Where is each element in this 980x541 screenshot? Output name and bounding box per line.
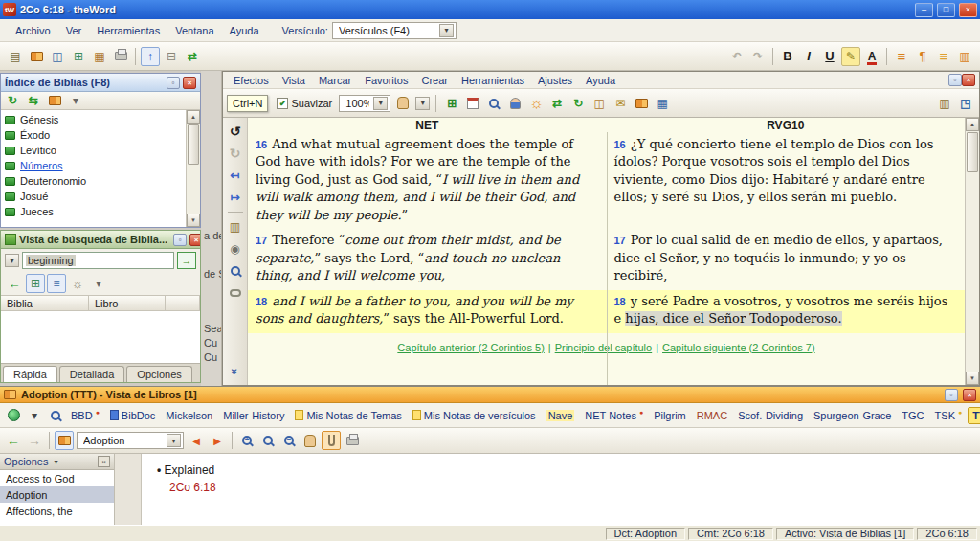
scroll-up-button[interactable] bbox=[966, 118, 979, 131]
footer-link-capitulo-anterior-2-corintios-5[interactable]: Capítulo anterior (2 Corintios 5) bbox=[397, 342, 544, 353]
bible-restore-button[interactable] bbox=[948, 74, 962, 86]
search-back-icon[interactable]: ← bbox=[5, 274, 24, 293]
index-books-icon[interactable] bbox=[45, 91, 64, 110]
attachments-icon[interactable] bbox=[322, 431, 341, 450]
bible-index-header[interactable]: Índice de Biblias (F8) bbox=[1, 74, 200, 92]
column-header-rvg10[interactable]: RVG10 bbox=[607, 118, 966, 133]
zoom-percent-icon[interactable] bbox=[258, 431, 278, 450]
dictionary-lookup-icon[interactable] bbox=[226, 261, 245, 281]
bible-close-button[interactable] bbox=[962, 74, 975, 86]
bold-icon[interactable]: B bbox=[778, 47, 797, 66]
eye-icon[interactable]: ◉ bbox=[226, 239, 245, 259]
module-tab-ttt[interactable]: TTT bbox=[968, 407, 980, 424]
panel-restore-button[interactable] bbox=[167, 77, 180, 89]
module-tab-bibdoc[interactable]: BibDoc bbox=[105, 407, 160, 424]
search-restore-button[interactable] bbox=[173, 234, 187, 246]
menu-item-vista[interactable]: Vista bbox=[276, 73, 312, 88]
options-panel-header[interactable]: Opciones bbox=[0, 454, 114, 470]
search-input[interactable]: beginning bbox=[22, 252, 174, 269]
book-view-icon[interactable]: ⊞ bbox=[69, 47, 88, 66]
menu-item-herramientas[interactable]: Herramientas bbox=[455, 73, 531, 88]
next-topic-icon[interactable]: ▶ bbox=[208, 431, 227, 450]
sync-index-icon[interactable]: ⇆ bbox=[24, 91, 43, 110]
module-tab-scof-dividing[interactable]: Scof.-Dividing bbox=[733, 407, 808, 424]
verse-17-right[interactable]: 17Por lo cual salid de en medio de ellos… bbox=[607, 229, 966, 289]
topics-list-icon[interactable] bbox=[55, 431, 74, 450]
chevron-down-icon[interactable] bbox=[439, 24, 454, 37]
modules-globe-icon[interactable] bbox=[4, 406, 23, 425]
font-color-icon[interactable] bbox=[862, 47, 881, 66]
option-item-adoption[interactable]: Adoption bbox=[0, 486, 114, 503]
word-stats-icon[interactable]: ▥ bbox=[935, 94, 954, 113]
verse-16-left[interactable]: 16And what mutual agreement does the tem… bbox=[248, 133, 607, 229]
tree-item-numeros[interactable]: Números bbox=[1, 158, 186, 173]
option-item-affections-the[interactable]: Affections, the bbox=[0, 503, 114, 519]
book-content[interactable]: Explained 2Co 6:18 bbox=[142, 454, 980, 525]
panel-close-button[interactable] bbox=[183, 77, 196, 89]
suavizar-checkbox[interactable]: ✔ bbox=[277, 98, 288, 109]
module-tab-rmac[interactable]: RMAC bbox=[692, 407, 732, 424]
bible-library-icon[interactable] bbox=[632, 94, 651, 113]
search-history-dropdown-icon[interactable] bbox=[5, 254, 19, 267]
module-tab-bbd[interactable]: BBD● bbox=[66, 407, 104, 424]
search-panel-header[interactable]: Vista de búsqueda de Biblia... bbox=[1, 231, 200, 249]
search-options-icon[interactable]: ☼ bbox=[68, 274, 87, 293]
module-tab-mis-notas-de-temas[interactable]: Mis Notas de Temas bbox=[290, 407, 406, 424]
minimize-button[interactable]: – bbox=[915, 3, 933, 17]
menu-item-archivo[interactable]: Archivo bbox=[8, 22, 58, 39]
book-restore-button[interactable] bbox=[945, 389, 958, 401]
sun-icon[interactable]: ☼ bbox=[526, 94, 546, 113]
options-dropdown-icon[interactable] bbox=[51, 455, 60, 468]
cross-references-icon[interactable] bbox=[226, 283, 245, 303]
options-close-icon[interactable] bbox=[98, 456, 110, 467]
history-forward-icon[interactable]: ↻ bbox=[226, 144, 245, 163]
verse-18-right[interactable]: 18y seré Padre a vosotros, y vosotros me… bbox=[607, 290, 966, 333]
module-tab-mickelson[interactable]: Mickelson bbox=[161, 407, 217, 424]
copy-verses-icon[interactable]: ⊟ bbox=[162, 47, 181, 66]
menu-item-ajustes[interactable]: Ajustes bbox=[531, 73, 579, 88]
zoom-in-icon[interactable]: + bbox=[237, 431, 256, 450]
topic-dropdown-icon[interactable] bbox=[167, 434, 181, 447]
refresh-index-icon[interactable]: ↻ bbox=[3, 91, 22, 110]
close-button[interactable]: × bbox=[959, 3, 977, 17]
maximize-button[interactable]: □ bbox=[937, 3, 955, 17]
verse-per-line-icon[interactable]: ≡ bbox=[892, 47, 911, 66]
mail-icon[interactable]: ✉ bbox=[611, 94, 630, 113]
search-bible-icon[interactable] bbox=[484, 94, 503, 113]
layouts-icon[interactable]: ▦ bbox=[90, 47, 109, 66]
tree-item-levitico[interactable]: Levítico bbox=[1, 143, 186, 158]
jump-forward-icon[interactable]: ↦ bbox=[226, 188, 245, 207]
expand-strip-icon[interactable]: » bbox=[226, 362, 245, 381]
scroll-thumb[interactable] bbox=[967, 132, 978, 172]
search-tab-rapida[interactable]: Rápida bbox=[3, 366, 57, 382]
column-header-net[interactable]: NET bbox=[248, 118, 607, 133]
menu-item-herramientas[interactable]: Herramientas bbox=[89, 22, 167, 39]
verse-reference-link[interactable]: 2Co 6:18 bbox=[157, 481, 980, 494]
book-view-titlebar[interactable]: Adoption (TTT) - Vista de Libros [1] bbox=[0, 387, 980, 403]
nav-forward-icon[interactable]: → bbox=[25, 431, 44, 450]
verse-16-right[interactable]: 16¿Y qué concierto tiene el templo de Di… bbox=[607, 133, 966, 229]
search-go-button[interactable] bbox=[177, 252, 196, 269]
topic-combo[interactable]: Adoption bbox=[77, 432, 184, 449]
footer-link-capitulo-siguiente-2-corintios-7[interactable]: Capitulo siguiente (2 Corintios 7) bbox=[662, 342, 815, 353]
sync-views-icon[interactable]: ⇄ bbox=[183, 47, 202, 66]
print-icon[interactable] bbox=[111, 47, 130, 66]
footer-link-principio-del-capitulo[interactable]: Principio del capítulo bbox=[555, 342, 653, 353]
modules-dropdown-icon[interactable]: ▾ bbox=[25, 406, 44, 425]
menu-item-ver[interactable]: Ver bbox=[58, 22, 90, 39]
menu-item-ayuda[interactable]: Ayuda bbox=[222, 22, 267, 39]
scroll-thumb[interactable] bbox=[188, 124, 199, 165]
columns-layout-icon[interactable]: ◫ bbox=[590, 94, 609, 113]
verse-selector-combo[interactable]: Versículos (F4) bbox=[332, 22, 457, 39]
menu-item-marcar[interactable]: Marcar bbox=[312, 73, 358, 88]
module-tab-tsk[interactable]: TSK● bbox=[930, 407, 968, 424]
redo-icon[interactable]: ↷ bbox=[748, 47, 768, 66]
tree-item-exodo[interactable]: Éxodo bbox=[1, 127, 186, 143]
menu-item-ayuda[interactable]: Ayuda bbox=[579, 73, 622, 88]
paragraph-view-icon[interactable]: ¶ bbox=[913, 47, 932, 66]
module-tab-miller-history[interactable]: Miller-History bbox=[218, 407, 289, 424]
people-icon[interactable] bbox=[505, 94, 524, 113]
reload-icon[interactable]: ↻ bbox=[568, 94, 588, 113]
column-header-biblia[interactable]: Biblia bbox=[1, 296, 89, 310]
underline-icon[interactable]: U bbox=[820, 47, 839, 66]
